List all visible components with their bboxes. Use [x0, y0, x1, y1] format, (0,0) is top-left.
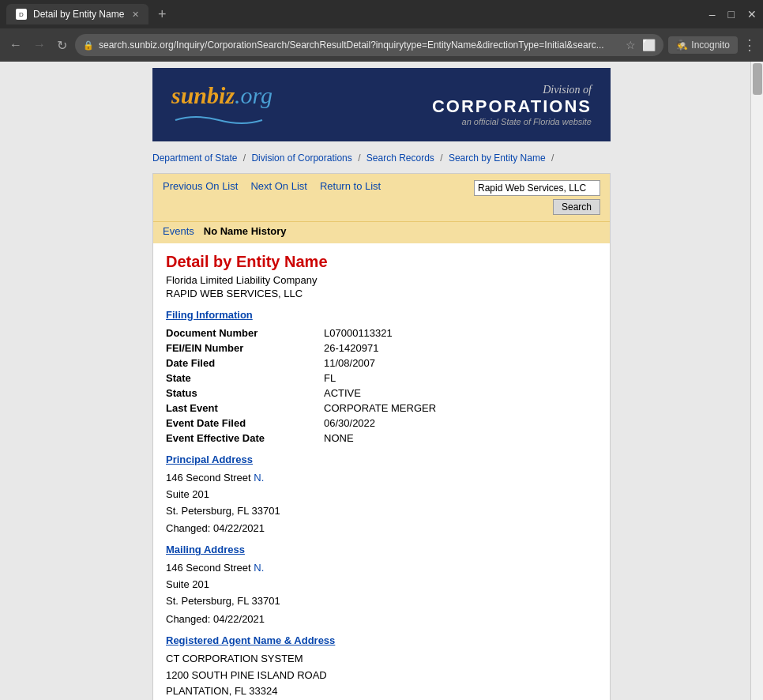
navigation-bar: Previous On List Next On List Return to …	[153, 174, 610, 221]
field-value: NONE	[324, 431, 597, 446]
field-label: Event Date Filed	[166, 416, 324, 431]
sunbiz-tagline	[171, 111, 266, 127]
main-content-box: Previous On List Next On List Return to …	[152, 173, 611, 700]
search-area: Search	[474, 180, 600, 215]
field-value: 26-1420971	[324, 341, 597, 356]
address-bar[interactable]: 🔒 search.sunbiz.org/Inquiry/CorporationS…	[75, 34, 663, 56]
registered-line1: CT CORPORATION SYSTEM	[166, 651, 597, 668]
scrollbar-thumb[interactable]	[753, 63, 762, 95]
lock-icon: 🔒	[83, 40, 94, 51]
breadcrumb: Department of State / Division of Corpor…	[152, 149, 611, 167]
field-label: Status	[166, 386, 324, 401]
table-row: Status ACTIVE	[166, 386, 597, 401]
detail-title: Detail by Entity Name	[166, 253, 597, 271]
page-content: sunbiz .org Division of CORPORATIONS an …	[66, 62, 697, 700]
browser-menu-icon[interactable]: ⋮	[742, 36, 757, 54]
incognito-icon: 🕵	[676, 40, 688, 51]
sunbiz-dot-org-text: .org	[235, 82, 272, 109]
previous-on-list-link[interactable]: Previous On List	[163, 180, 238, 192]
field-value: CORPORATE MERGER	[324, 401, 597, 416]
principal-n-link[interactable]: N.	[254, 472, 264, 484]
mailing-n-link[interactable]: N.	[254, 562, 264, 574]
table-row: Event Date Filed 06/30/2022	[166, 416, 597, 431]
nav-links: Previous On List Next On List Return to …	[163, 180, 381, 192]
tab-close-icon[interactable]: ✕	[132, 9, 139, 20]
field-value: 11/08/2007	[324, 356, 597, 371]
sunbiz-wave-graphic	[171, 111, 266, 125]
browser-navbar: ← → ↻ 🔒 search.sunbiz.org/Inquiry/Corpor…	[0, 28, 763, 62]
events-row: Events No Name History	[153, 221, 610, 243]
breadcrumb-sep-3: /	[440, 152, 445, 164]
search-button[interactable]: Search	[553, 199, 600, 215]
no-name-history-text: No Name History	[204, 225, 287, 237]
mailing-line3: St. Petersburg, FL 33701	[166, 593, 597, 610]
breadcrumb-search-entity[interactable]: Search by Entity Name	[449, 152, 546, 164]
table-row: Date Filed 11/08/2007	[166, 356, 597, 371]
breadcrumb-dept-state[interactable]: Department of State	[152, 152, 237, 164]
scrollbar-track[interactable]	[750, 62, 763, 700]
entity-name: RAPID WEB SERVICES, LLC	[166, 288, 597, 299]
field-label: Date Filed	[166, 356, 324, 371]
reload-button[interactable]: ↻	[54, 35, 70, 56]
incognito-button[interactable]: 🕵 Incognito	[668, 36, 738, 54]
registered-line3: PLANTATION, FL 33324	[166, 683, 597, 700]
incognito-label: Incognito	[691, 40, 730, 51]
breadcrumb-sep-4: /	[551, 152, 554, 164]
address-action-icons: ☆ ⬜	[626, 39, 656, 51]
sunbiz-logo: sunbiz .org	[171, 82, 272, 109]
corporations-text: CORPORATIONS	[432, 96, 592, 117]
principal-line3: St. Petersburg, FL 33701	[166, 503, 597, 520]
breadcrumb-sep-2: /	[358, 152, 363, 164]
table-row: FEI/EIN Number 26-1420971	[166, 341, 597, 356]
forward-button[interactable]: →	[30, 35, 49, 55]
star-icon[interactable]: ☆	[626, 39, 636, 51]
return-to-list-link[interactable]: Return to List	[320, 180, 381, 192]
address-text: search.sunbiz.org/Inquiry/CorporationSea…	[99, 40, 621, 51]
breadcrumb-search-records[interactable]: Search Records	[366, 152, 434, 164]
mailing-line2: Suite 201	[166, 577, 597, 593]
principal-line2: Suite 201	[166, 487, 597, 503]
field-label: State	[166, 371, 324, 386]
events-link[interactable]: Events	[163, 225, 194, 237]
principal-changed: Changed: 04/22/2021	[166, 522, 597, 534]
registered-address-block: CT CORPORATION SYSTEM 1200 SOUTH PINE IS…	[166, 651, 597, 700]
registered-line2: 1200 SOUTH PINE ISLAND ROAD	[166, 668, 597, 684]
back-button[interactable]: ←	[6, 35, 25, 55]
official-text: an official State of Florida website	[432, 117, 592, 126]
tab-favicon: D	[16, 9, 27, 20]
field-value: 06/30/2022	[324, 416, 597, 431]
minimize-icon[interactable]: –	[709, 8, 716, 21]
profile-icon[interactable]: ⬜	[642, 39, 656, 51]
principal-section-title: Principal Address	[166, 453, 597, 465]
sunbiz-right-area: Division of CORPORATIONS an official Sta…	[432, 84, 592, 126]
mailing-changed: Changed: 04/22/2021	[166, 613, 597, 625]
field-value: FL	[324, 371, 597, 386]
field-label: Event Effective Date	[166, 431, 324, 446]
sunbiz-logo-text: sunbiz	[171, 82, 235, 109]
tab-title: Detail by Entity Name	[33, 9, 124, 20]
principal-line1: 146 Second Street N.	[166, 470, 597, 487]
sunbiz-logo-area: sunbiz .org	[171, 82, 272, 127]
maximize-icon[interactable]: □	[728, 8, 735, 21]
browser-titlebar: D Detail by Entity Name ✕ + – □ ✕	[0, 0, 763, 28]
field-label: FEI/EIN Number	[166, 341, 324, 356]
table-row: Event Effective Date NONE	[166, 431, 597, 446]
detail-content: Detail by Entity Name Florida Limited Li…	[153, 243, 610, 700]
browser-tab[interactable]: D Detail by Entity Name ✕	[6, 4, 148, 24]
sunbiz-header-banner: sunbiz .org Division of CORPORATIONS an …	[152, 68, 611, 141]
division-of-text: Division of	[432, 84, 592, 96]
field-value: ACTIVE	[324, 386, 597, 401]
window-controls: – □ ✕	[709, 8, 757, 21]
filing-section-title: Filing Information	[166, 309, 597, 321]
field-label: Document Number	[166, 326, 324, 341]
next-on-list-link[interactable]: Next On List	[250, 180, 307, 192]
close-window-icon[interactable]: ✕	[747, 8, 757, 21]
breadcrumb-sep-1: /	[243, 152, 249, 164]
registered-section-title: Registered Agent Name & Address	[166, 634, 597, 646]
entity-type: Florida Limited Liability Company	[166, 274, 597, 286]
new-tab-button[interactable]: +	[158, 6, 167, 23]
table-row: Last Event CORPORATE MERGER	[166, 401, 597, 416]
search-input[interactable]	[474, 180, 600, 196]
breadcrumb-div-corp[interactable]: Division of Corporations	[251, 152, 351, 164]
mailing-address-block: 146 Second Street N. Suite 201 St. Peter…	[166, 560, 597, 609]
